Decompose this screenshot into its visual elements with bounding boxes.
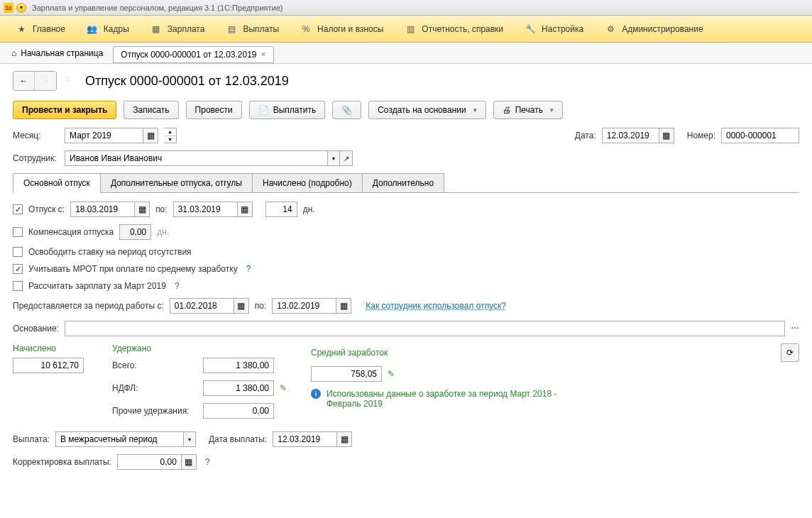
other-withhold-input[interactable] (203, 403, 274, 419)
app-menu-dropdown[interactable]: ▾ (16, 3, 26, 13)
tab-extra[interactable]: Дополнительно (362, 173, 444, 193)
period-to-input[interactable] (272, 298, 336, 314)
payment-mode-dropdown[interactable]: ▾ (183, 431, 196, 447)
save-button[interactable]: Записать (124, 101, 178, 119)
month-label: Месяц: (13, 131, 59, 140)
menu-main[interactable]: ★Главное (6, 18, 75, 40)
menu-admin[interactable]: ⚙Администрирование (595, 18, 713, 40)
free-rate-label: Освободить ставку на период отсутствия (28, 247, 192, 257)
employee-dropdown[interactable]: ▾ (327, 150, 340, 166)
menu-nalogi[interactable]: %Налоги и взносы (290, 18, 393, 40)
basis-input[interactable] (65, 321, 785, 336)
tab-accrued-detail[interactable]: Начислено (подробно) (252, 173, 363, 193)
correction-input[interactable] (117, 454, 181, 470)
star-icon: ★ (16, 23, 27, 35)
attachment-button[interactable]: 📎 (332, 101, 361, 119)
help-icon[interactable]: ? (202, 457, 213, 467)
date-input[interactable] (602, 128, 659, 143)
number-input[interactable] (721, 128, 799, 143)
month-input[interactable] (65, 128, 143, 143)
avg-input[interactable] (311, 366, 382, 382)
tabs-row: ⌂ Начальная страница Отпуск 0000-000001 … (0, 43, 812, 64)
employee-open[interactable]: ↗ (340, 150, 353, 166)
other-withhold-label: Прочие удержания: (112, 406, 197, 416)
vacation-days-input[interactable] (265, 202, 297, 217)
wrench-icon: 🔧 (525, 23, 536, 35)
back-button[interactable]: ← (13, 72, 35, 90)
calendar-icon[interactable]: ▦ (336, 431, 352, 447)
calendar-icon[interactable]: ▦ (234, 298, 249, 314)
calendar-icon[interactable]: ▦ (336, 298, 351, 314)
calendar-icon[interactable]: ▦ (134, 202, 150, 217)
tabstrip: Основной отпуск Дополнительные отпуска, … (13, 173, 799, 193)
help-icon[interactable]: ? (243, 264, 254, 274)
menu-nastroyka[interactable]: 🔧Настройка (515, 18, 593, 40)
total-withheld-input[interactable] (203, 358, 274, 373)
tab-main-vacation[interactable]: Основной отпуск (13, 173, 101, 193)
calc-icon: ▦ (150, 23, 162, 35)
percent-icon: % (300, 23, 312, 35)
compensation-checkbox[interactable] (13, 227, 23, 237)
total-label: Всего: (112, 360, 197, 370)
menu-vyplaty[interactable]: ▤Выплаты (216, 18, 289, 40)
calendar-icon[interactable]: ▦ (237, 202, 253, 217)
forward-button[interactable]: → (35, 72, 56, 90)
basis-more-button[interactable]: … (791, 321, 799, 336)
ndfl-input[interactable] (203, 380, 274, 396)
vacation-checkbox[interactable] (13, 204, 23, 214)
favorite-icon[interactable]: ☆ (64, 74, 78, 88)
document-tab[interactable]: Отпуск 0000-000001 от 12.03.2019 × (113, 46, 273, 63)
how-used-link[interactable]: Как сотрудник использовал отпуск? (366, 301, 506, 311)
employee-label: Сотрудник: (13, 153, 59, 163)
print-icon: 🖨 (503, 105, 511, 115)
mrot-checkbox[interactable] (13, 264, 23, 274)
calendar-icon[interactable]: ▦ (143, 128, 158, 143)
toolbar: Провести и закрыть Записать Провести 📄Вы… (13, 101, 799, 119)
tab-additional[interactable]: Дополнительные отпуска, отгулы (100, 173, 253, 193)
ndfl-label: НДФЛ: (112, 383, 197, 393)
post-button[interactable]: Провести (186, 101, 242, 119)
pay-icon: 📄 (258, 105, 269, 115)
app-logo-icon: 1c (4, 3, 13, 13)
vacation-to-input[interactable] (173, 202, 237, 217)
menu-zarplata[interactable]: ▦Зарплата (141, 18, 215, 40)
compensation-days-input (119, 224, 151, 240)
calc-salary-checkbox[interactable] (13, 281, 23, 291)
mrot-label: Учитывать МРОТ при оплате по среднему за… (28, 264, 238, 274)
reload-button[interactable]: ⟳ (781, 343, 799, 362)
employee-input[interactable] (65, 150, 327, 166)
calendar-icon[interactable]: ▦ (659, 128, 674, 143)
vacation-from-label: Отпуск с: (28, 204, 65, 214)
basis-label: Основание: (13, 324, 59, 334)
home-icon: ⌂ (11, 48, 16, 58)
pencil-icon[interactable]: ✎ (280, 383, 287, 393)
post-close-button[interactable]: Провести и закрыть (13, 101, 116, 119)
window-title: Зарплата и управление персоналом, редакц… (32, 4, 282, 12)
accrued-input[interactable] (13, 358, 84, 373)
menu-kadry[interactable]: 👥Кадры (77, 18, 139, 40)
calc-button-icon[interactable]: ▦ (181, 454, 197, 470)
create-based-button[interactable]: Создать на основании (368, 101, 486, 119)
month-spinner[interactable]: ▲▼ (164, 128, 177, 143)
days-label2: дн. (157, 227, 169, 237)
date-label: Дата: (575, 131, 596, 140)
report-icon: ▥ (405, 23, 416, 35)
payment-mode-input[interactable] (55, 431, 183, 447)
close-icon[interactable]: × (261, 50, 266, 60)
info-text: Использованы данные о заработке за перио… (327, 389, 582, 409)
people-icon: 👥 (87, 23, 98, 35)
pay-button[interactable]: 📄Выплатить (249, 101, 326, 119)
page-title: Отпуск 0000-000001 от 12.03.2019 (85, 74, 289, 89)
help-icon[interactable]: ? (172, 281, 182, 291)
vacation-from-input[interactable] (70, 202, 134, 217)
payment-date-label: Дата выплаты: (209, 434, 267, 444)
main-menu: ★Главное 👥Кадры ▦Зарплата ▤Выплаты %Нало… (0, 16, 812, 43)
info-icon: i (311, 389, 321, 399)
payment-date-input[interactable] (273, 431, 336, 447)
pencil-icon[interactable]: ✎ (388, 369, 395, 379)
free-rate-checkbox[interactable] (13, 247, 23, 257)
home-tab[interactable]: ⌂ Начальная страница (6, 45, 109, 61)
print-button[interactable]: 🖨Печать (493, 101, 563, 119)
menu-otchetnost[interactable]: ▥Отчетность, справки (395, 18, 513, 40)
period-from-input[interactable] (170, 298, 234, 314)
